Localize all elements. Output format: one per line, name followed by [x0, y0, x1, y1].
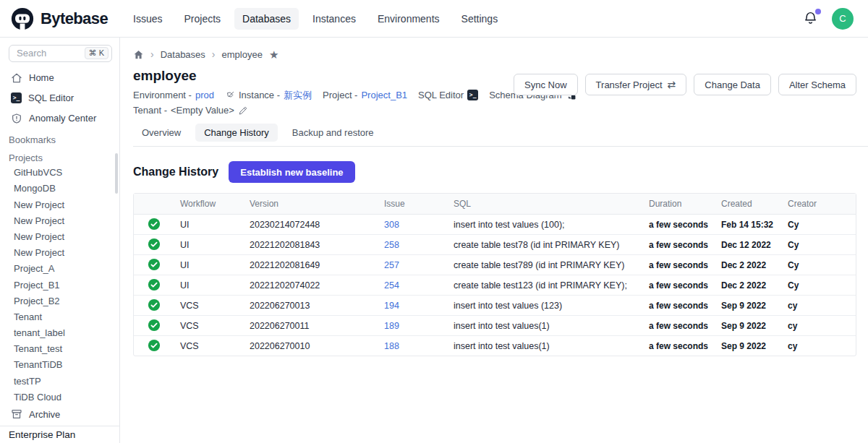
sidebar-project-tenanttidb[interactable]: TenantTiDB [0, 357, 119, 373]
table-row[interactable]: UI 20221202074022 254 create table test1… [134, 275, 856, 296]
sidebar-item-archive[interactable]: Archive [0, 405, 119, 423]
brand-name: Bytebase [41, 9, 108, 28]
success-check-icon [148, 298, 161, 311]
issue-link[interactable]: 258 [384, 240, 399, 250]
created-column-header: Created [715, 194, 782, 215]
user-avatar[interactable]: C [832, 8, 854, 30]
bytebase-app: Bytebase Issues Projects Databases Insta… [0, 0, 868, 443]
sidebar-item-anomaly-center[interactable]: Anomaly Center [0, 108, 119, 129]
tab-change-history[interactable]: Change History [195, 124, 278, 142]
issue-link[interactable]: 194 [384, 301, 399, 311]
table-row[interactable]: VCS 202206270010 188 insert into test va… [134, 336, 856, 356]
sidebar-item-label: Archive [29, 409, 60, 420]
tab-overview[interactable]: Overview [133, 124, 190, 142]
sidebar-project-githubvcs[interactable]: GitHubVCS [0, 165, 119, 181]
notifications-button[interactable] [803, 11, 819, 27]
sidebar-project-tenant-test[interactable]: Tenant_test [0, 341, 119, 357]
sidebar-item-home[interactable]: Home [0, 68, 119, 88]
issue-column-header: Issue [378, 194, 448, 215]
change-history-table: Workflow Version Issue SQL Duration Crea… [133, 193, 856, 356]
project-link[interactable]: Project_B1 [361, 87, 407, 103]
sidebar-project-tenant[interactable]: Tenant [0, 309, 119, 324]
top-nav-right: C [803, 8, 854, 30]
sql-editor-shortcut[interactable]: SQL Editor >_ [418, 87, 478, 103]
duration-column-header: Duration [643, 194, 715, 215]
bookmarks-section-label: Bookmarks [0, 134, 119, 147]
sidebar-project-new-project-2[interactable]: New Project [0, 212, 119, 228]
created-cell: Dec 12 2022 [715, 235, 782, 255]
issue-link[interactable]: 189 [384, 321, 399, 331]
nav-item-environments[interactable]: Environments [370, 8, 448, 30]
created-cell: Sep 9 2022 [715, 296, 782, 316]
success-check-icon [148, 218, 161, 231]
nav-item-issues[interactable]: Issues [125, 8, 170, 30]
table-row[interactable]: VCS 202206270013 194 insert into test va… [134, 296, 856, 316]
home-icon [11, 72, 22, 84]
duration-cell: a few seconds [643, 336, 715, 356]
version-column-header: Version [244, 194, 378, 215]
issue-cell: 308 [378, 215, 448, 235]
tenant-label: Tenant - [133, 103, 167, 118]
duration-cell: a few seconds [643, 316, 715, 336]
change-data-button[interactable]: Change Data [694, 74, 771, 95]
issue-link[interactable]: 257 [384, 260, 399, 270]
edit-pencil-icon[interactable] [238, 106, 248, 116]
sync-now-button[interactable]: Sync Now [514, 74, 578, 95]
issue-link[interactable]: 254 [384, 280, 399, 291]
breadcrumb-databases[interactable]: Databases [161, 49, 205, 60]
workflow-cell: UI [174, 215, 244, 235]
table-row[interactable]: UI 20221202081649 257 create table test7… [134, 255, 856, 275]
content-area: ⌘ K Home >_ SQL Editor Anomaly [0, 38, 868, 443]
button-label: Sync Now [524, 79, 567, 90]
search-box[interactable]: ⌘ K [9, 45, 112, 62]
sidebar-project-new-project-1[interactable]: New Project [0, 197, 119, 212]
breadcrumb-home-icon[interactable] [133, 49, 144, 60]
establish-baseline-button[interactable]: Establish new baseline [229, 161, 354, 183]
bookmark-star-icon[interactable]: ★ [269, 49, 278, 60]
sidebar-project-new-project-3[interactable]: New Project [0, 228, 119, 244]
table-row[interactable]: VCS 202206270011 189 insert into test va… [134, 316, 856, 336]
table-row[interactable]: UI 20230214072448 308 insert into test v… [134, 215, 856, 235]
sql-cell: create table test789 (id int PRIMARY KEY… [448, 255, 643, 275]
bytebase-logo[interactable]: Bytebase [10, 7, 108, 31]
issue-link[interactable]: 308 [384, 220, 399, 230]
creator-cell: cy [782, 336, 856, 356]
top-nav-items: Issues Projects Databases Instances Envi… [125, 8, 803, 30]
search-input[interactable] [15, 47, 82, 59]
transfer-arrows-icon: ⇄ [668, 79, 676, 90]
sidebar-project-testtp[interactable]: testTP [0, 373, 119, 389]
shield-icon [11, 113, 22, 124]
nav-item-projects[interactable]: Projects [176, 8, 229, 30]
issue-link[interactable]: 188 [384, 341, 399, 351]
sidebar-project-mongodb[interactable]: MongoDB [0, 181, 119, 197]
breadcrumb-employee[interactable]: employee [222, 49, 263, 60]
sidebar-project-project-a[interactable]: Project_A [0, 261, 119, 277]
creator-cell: Cy [782, 215, 856, 235]
transfer-project-button[interactable]: Transfer Project ⇄ [585, 74, 687, 95]
instance-link[interactable]: 新实例 [284, 87, 312, 103]
instance-meta: Instance - 新实例 [225, 87, 312, 103]
sidebar-project-tenant-label[interactable]: tenant_label [0, 324, 119, 340]
sidebar: ⌘ K Home >_ SQL Editor Anomaly [0, 38, 120, 443]
sql-cell: insert into test values (123) [448, 296, 643, 316]
tab-backup-and-restore[interactable]: Backup and restore [284, 124, 383, 142]
environment-link[interactable]: prod [195, 87, 214, 103]
table-row[interactable]: UI 20221202081843 258 create table test7… [134, 235, 856, 255]
status-cell [134, 336, 174, 356]
sidebar-item-label: Anomaly Center [29, 113, 96, 124]
sql-cell: insert into test values(1) [448, 316, 643, 336]
environment-meta: Environment - prod [133, 87, 214, 103]
sidebar-item-sql-editor[interactable]: >_ SQL Editor [0, 88, 119, 108]
sidebar-project-project-b1[interactable]: Project_B1 [0, 277, 119, 293]
sidebar-project-project-b2[interactable]: Project_B2 [0, 293, 119, 309]
sidebar-project-tidb-cloud[interactable]: TiDB Cloud [0, 389, 119, 405]
nav-item-databases[interactable]: Databases [234, 8, 299, 30]
nav-item-instances[interactable]: Instances [305, 8, 364, 30]
sidebar-project-new-project-4[interactable]: New Project [0, 245, 119, 261]
workflow-cell: UI [174, 275, 244, 296]
nav-item-settings[interactable]: Settings [454, 8, 506, 30]
sql-cell: create table test123 (id int PRIMARY KEY… [448, 275, 643, 296]
version-cell: 202206270013 [244, 296, 378, 316]
sidebar-scrollbar[interactable] [115, 153, 118, 194]
alter-schema-button[interactable]: Alter Schema [778, 74, 856, 95]
